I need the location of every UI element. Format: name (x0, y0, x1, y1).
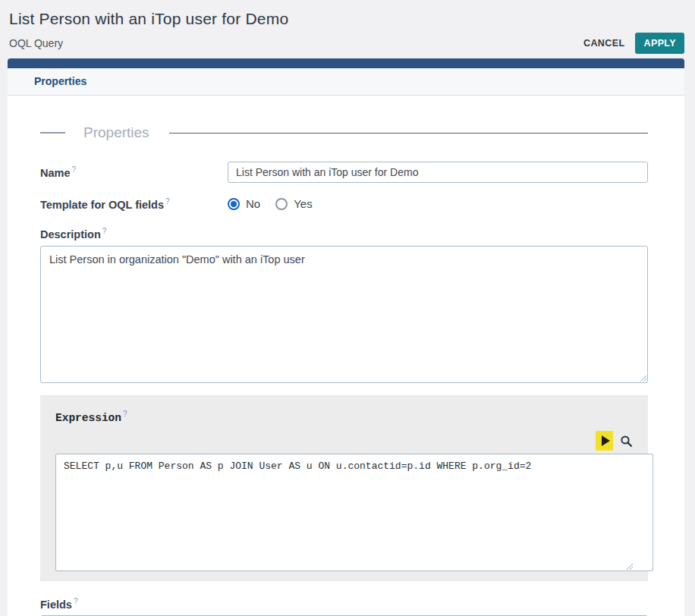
fields-label-text: Fields (40, 599, 72, 611)
panel-accent-bar (8, 58, 684, 68)
description-textarea[interactable]: List Person in organization "Demo" with … (40, 246, 648, 383)
fields-help-marker[interactable]: ? (74, 597, 78, 605)
template-radio-group: No Yes (228, 197, 313, 210)
name-label: Name? (40, 165, 228, 179)
description-help-marker[interactable]: ? (102, 227, 107, 235)
tab-bar: Properties (8, 68, 684, 96)
fieldset-legend-label: Properties (83, 124, 149, 141)
page-header: List Person with an iTop user for Demo O… (0, 0, 695, 54)
template-label: Template for OQL fields? (40, 197, 228, 211)
template-help-marker[interactable]: ? (165, 197, 170, 206)
template-field-row: Template for OQL fields? No Yes (8, 197, 684, 211)
legend-left-dash (40, 132, 65, 134)
expression-textarea-wrap: SELECT p,u FROM Person AS p JOIN User AS… (55, 454, 634, 571)
tab-properties[interactable]: Properties (34, 75, 86, 87)
template-radio-no[interactable]: No (228, 197, 260, 210)
legend-right-line (169, 133, 648, 134)
description-textarea-wrap: List Person in organization "Demo" with … (40, 246, 648, 383)
tab-content: Properties Name? Template for OQL fields… (8, 96, 684, 616)
radio-no-label: No (246, 197, 260, 210)
expression-section: Expression? SELECT p,u FROM Person AS p … (40, 395, 648, 582)
expression-label-text: Expression (55, 411, 121, 423)
magnifier-icon[interactable] (620, 435, 633, 448)
expression-help-marker[interactable]: ? (123, 410, 127, 418)
template-radio-yes[interactable]: Yes (275, 197, 312, 210)
object-class-subtitle: OQL Query (9, 37, 63, 49)
name-input[interactable] (228, 162, 648, 183)
run-query-icon[interactable] (596, 431, 613, 451)
oql-query-edit-page: List Person with an iTop user for Demo O… (0, 0, 695, 616)
edit-form-panel: Properties Properties Name? Template for… (8, 58, 684, 616)
radio-yes-label: Yes (294, 197, 312, 210)
apply-button[interactable]: APPLY (635, 33, 684, 54)
description-label-text: Description (40, 228, 101, 240)
page-title: List Person with an iTop user for Demo (9, 10, 684, 28)
header-actions: CANCEL APPLY (583, 33, 684, 54)
description-label: Description? (8, 227, 684, 240)
expression-toolbar (55, 431, 633, 451)
expression-textarea[interactable]: SELECT p,u FROM Person AS p JOIN User AS… (55, 454, 653, 571)
name-help-marker[interactable]: ? (72, 165, 77, 174)
cancel-button[interactable]: CANCEL (583, 38, 624, 49)
name-label-text: Name (40, 167, 71, 179)
name-field-row: Name? (8, 162, 684, 183)
expression-label: Expression? (55, 410, 634, 424)
radio-unselected-icon[interactable] (275, 198, 288, 210)
play-triangle-icon (602, 435, 610, 446)
radio-selected-icon[interactable] (228, 198, 240, 210)
template-label-text: Template for OQL fields (40, 199, 164, 211)
fieldset-legend: Properties (8, 96, 684, 141)
fields-label: Fields? (8, 597, 684, 611)
